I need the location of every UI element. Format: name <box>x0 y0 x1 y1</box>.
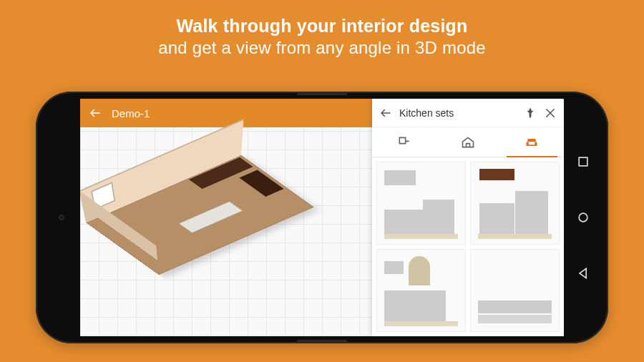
panel-title: Kitchen sets <box>399 107 517 119</box>
tab-floorplan[interactable] <box>372 127 436 157</box>
camera-icon <box>59 215 64 220</box>
kitchen-island <box>179 201 243 233</box>
tab-furniture[interactable] <box>500 127 564 157</box>
back-icon[interactable] <box>576 266 590 280</box>
panel-back-icon[interactable] <box>379 107 392 119</box>
promo-banner: Walk through your interior design and ge… <box>0 0 644 58</box>
svg-point-1 <box>579 213 587 222</box>
system-nav <box>571 92 595 343</box>
recent-apps-icon[interactable] <box>576 155 590 169</box>
svg-rect-0 <box>579 157 587 166</box>
promo-line-1: Walk through your interior design <box>0 16 644 36</box>
svg-marker-2 <box>580 268 586 278</box>
panel-header: Kitchen sets <box>372 99 564 127</box>
catalog-grid <box>372 157 564 336</box>
house-icon <box>461 135 475 150</box>
app-screen: Demo-1 Kit <box>80 99 564 336</box>
catalog-panel: Kitchen sets <box>372 99 564 336</box>
home-icon[interactable] <box>576 210 590 225</box>
close-icon[interactable] <box>544 107 557 119</box>
tab-house[interactable] <box>436 127 499 157</box>
sofa-icon <box>525 135 539 150</box>
back-arrow-icon[interactable] <box>89 107 102 119</box>
catalog-item-white[interactable] <box>470 249 560 332</box>
promo-line-2: and get a view from any angle in 3D mode <box>0 38 644 58</box>
catalog-item-green[interactable] <box>376 162 466 245</box>
project-title: Demo-1 <box>112 107 150 119</box>
device-frame: Demo-1 Kit <box>36 92 608 343</box>
catalog-item-dark[interactable] <box>470 162 560 245</box>
panel-tabs <box>372 127 564 157</box>
pin-icon[interactable] <box>524 107 537 119</box>
catalog-item-cream[interactable] <box>376 249 466 332</box>
floorplan-icon <box>397 135 411 150</box>
